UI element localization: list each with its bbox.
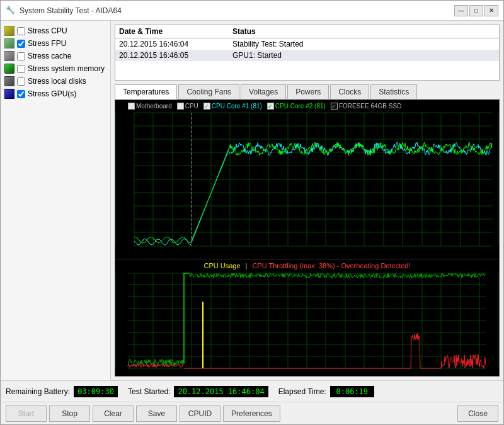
log-row-1: 20.12.2015 16:46:04 Stability Test: Star… (115, 38, 499, 50)
stress-sys-mem-label: Stress system memory (28, 64, 105, 73)
legend-motherboard-label: Motherboard (136, 103, 172, 110)
temperature-canvas (115, 100, 499, 259)
bottom-info-bar: Remaining Battery: 03:09:30 Test Started… (1, 380, 503, 402)
stress-gpu-label: Stress GPU(s) (28, 89, 76, 98)
remaining-battery-label: Remaining Battery: (6, 387, 70, 396)
cache-icon (4, 51, 14, 61)
stress-gpu-checkbox[interactable] (17, 90, 25, 98)
legend-cpu: CPU (177, 103, 198, 110)
stress-fpu-label: Stress FPU (28, 39, 66, 48)
divider: | (246, 262, 248, 269)
legend-ssd-check[interactable]: ✓ (331, 103, 338, 110)
stress-fpu-checkbox[interactable] (17, 40, 25, 48)
test-started-value: 20.12.2015 16:46:04 (174, 386, 268, 397)
legend-motherboard-check[interactable] (128, 103, 135, 110)
right-panel: Date & Time Status 20.12.2015 16:46:04 S… (111, 21, 503, 380)
log-status-2: GPU1: Started (232, 51, 282, 60)
elapsed-time-value: 0:06:19 (330, 386, 374, 397)
remaining-battery-value: 03:09:30 (74, 386, 118, 397)
legend-cpu-label: CPU (185, 103, 198, 110)
title-bar: 🔧 System Stability Test - AIDA64 — □ ✕ (1, 1, 503, 21)
fpu-icon (4, 38, 14, 48)
legend-cpu-core2: ✓ CPU Core #2 (81) (267, 103, 326, 110)
log-table: Date & Time Status 20.12.2015 16:46:04 S… (115, 25, 500, 81)
datetime-header: Date & Time (119, 27, 232, 36)
stop-button[interactable]: Stop (49, 405, 90, 422)
stress-cpu-item: Stress CPU (4, 26, 106, 36)
tab-statistics[interactable]: Statistics (370, 84, 417, 99)
stress-cache-checkbox[interactable] (17, 52, 25, 60)
log-table-header: Date & Time Status (115, 25, 499, 38)
close-button[interactable]: Close (457, 405, 498, 422)
test-started-item: Test Started: 20.12.2015 16:46:04 (128, 386, 268, 397)
disk-icon (4, 76, 14, 86)
cpu-icon (4, 26, 14, 36)
maximize-button[interactable]: □ (469, 5, 483, 16)
test-started-label: Test Started: (128, 387, 170, 396)
main-content: Stress CPU Stress FPU Stress cache Stres… (1, 21, 503, 380)
app-icon: 🔧 (6, 6, 16, 16)
stress-cache-label: Stress cache (28, 52, 71, 60)
legend-cpu-core1-label: CPU Core #1 (81) (212, 103, 262, 110)
tab-clocks[interactable]: Clocks (330, 84, 369, 99)
stress-local-disks-checkbox[interactable] (17, 77, 25, 86)
temperature-chart: Motherboard CPU ✓ CPU Core #1 (81) ✓ (115, 100, 499, 259)
elapsed-time-label: Elapsed Time: (278, 387, 326, 396)
tab-voltages[interactable]: Voltages (241, 84, 286, 99)
legend-cpu-core1: ✓ CPU Core #1 (81) (203, 103, 262, 110)
chart-legend: Motherboard CPU ✓ CPU Core #1 (81) ✓ (128, 103, 496, 110)
tabs-bar: Temperatures Cooling Fans Voltages Power… (115, 84, 500, 99)
save-button[interactable]: Save (136, 405, 177, 422)
stress-fpu-item: Stress FPU (4, 38, 106, 48)
stress-local-disks-item: Stress local disks (4, 76, 106, 86)
log-row-2: 20.12.2015 16:46:05 GPU1: Started (115, 50, 499, 61)
start-button[interactable]: Start (6, 405, 47, 422)
cpuid-button[interactable]: CPUID (180, 405, 220, 422)
log-datetime-2: 20.12.2015 16:46:05 (119, 51, 232, 60)
title-buttons: — □ ✕ (454, 5, 498, 16)
tab-temperatures[interactable]: Temperatures (115, 84, 177, 99)
close-window-button[interactable]: ✕ (484, 5, 498, 16)
cpu-usage-label: CPU Usage (203, 262, 240, 269)
left-panel: Stress CPU Stress FPU Stress cache Stres… (1, 21, 111, 380)
stress-cache-item: Stress cache (4, 51, 106, 61)
stress-cpu-checkbox[interactable] (17, 27, 25, 35)
stress-sys-mem-checkbox[interactable] (17, 65, 25, 73)
cpu-usage-chart: CPU Usage | CPU Throttling (max: 38%) - … (115, 259, 499, 376)
preferences-button[interactable]: Preferences (223, 405, 280, 422)
log-empty-area (115, 61, 499, 80)
legend-cpu-core2-check[interactable]: ✓ (267, 103, 274, 110)
elapsed-time-item: Elapsed Time: 0:06:19 (278, 386, 374, 397)
stress-sys-mem-item: Stress system memory (4, 64, 106, 74)
legend-cpu-check[interactable] (177, 103, 184, 110)
legend-ssd: ✓ FORESEE 64GB SSD (331, 103, 401, 110)
stress-cpu-label: Stress CPU (28, 26, 67, 35)
window-title: System Stability Test - AIDA64 (20, 6, 454, 15)
tab-powers[interactable]: Powers (287, 84, 329, 99)
gpu-icon (4, 89, 14, 99)
cpu-chart-legend: CPU Usage | CPU Throttling (max: 38%) - … (115, 262, 499, 269)
legend-cpu-core2-label: CPU Core #2 (81) (275, 103, 326, 110)
charts-area: Motherboard CPU ✓ CPU Core #1 (81) ✓ (115, 99, 500, 377)
clear-button[interactable]: Clear (93, 405, 134, 422)
stress-local-disks-label: Stress local disks (28, 77, 86, 86)
legend-ssd-label: FORESEE 64GB SSD (339, 103, 401, 110)
throttling-label: CPU Throttling (max: 38%) - Overheating … (252, 262, 410, 269)
minimize-button[interactable]: — (454, 5, 468, 16)
stress-gpu-item: Stress GPU(s) (4, 89, 106, 99)
legend-motherboard: Motherboard (128, 103, 172, 110)
cpu-usage-canvas (115, 259, 499, 376)
sys-mem-icon (4, 64, 14, 74)
remaining-battery-item: Remaining Battery: 03:09:30 (6, 386, 118, 397)
button-bar: Start Stop Clear Save CPUID Preferences … (1, 402, 503, 424)
log-status-1: Stability Test: Started (232, 40, 304, 48)
legend-cpu-core1-check[interactable]: ✓ (203, 103, 210, 110)
log-datetime-1: 20.12.2015 16:46:04 (119, 40, 232, 48)
status-header: Status (232, 27, 256, 36)
main-window: 🔧 System Stability Test - AIDA64 — □ ✕ S… (0, 0, 504, 425)
tab-cooling-fans[interactable]: Cooling Fans (178, 84, 239, 99)
